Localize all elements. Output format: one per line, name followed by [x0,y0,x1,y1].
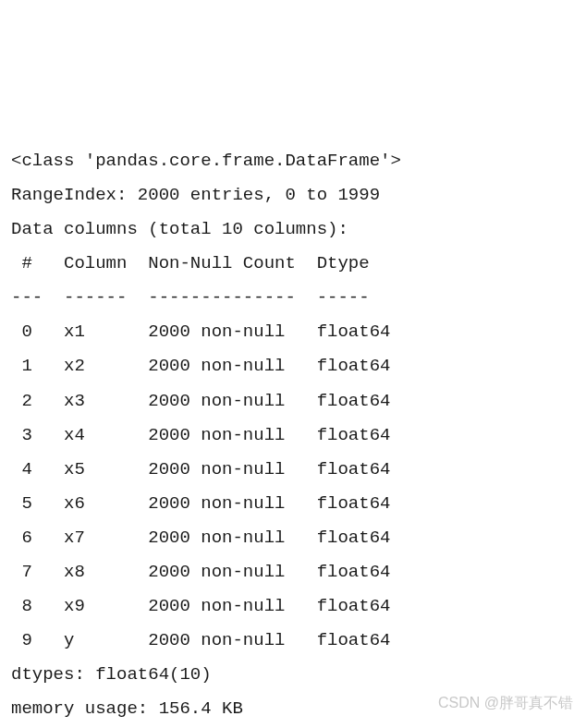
table-row: 6 x7 2000 non-null float64 [11,521,575,555]
divider-line: --- ------ -------------- ----- [11,281,575,315]
table-row: 9 y 2000 non-null float64 [11,624,575,658]
dtypes-line: dtypes: float64(10) [11,658,575,692]
table-row: 2 x3 2000 non-null float64 [11,384,575,419]
table-row: 1 x2 2000 non-null float64 [11,349,575,383]
range-index-line: RangeIndex: 2000 entries, 0 to 1999 [11,178,575,212]
class-line: <class 'pandas.core.frame.DataFrame'> [11,144,575,178]
table-row: 7 x8 2000 non-null float64 [11,555,575,589]
table-row: 8 x9 2000 non-null float64 [11,589,575,624]
data-columns-line: Data columns (total 10 columns): [11,212,575,247]
table-row: 4 x5 2000 non-null float64 [11,453,575,487]
column-header-line: # Column Non-Null Count Dtype [11,247,575,281]
table-row: 5 x6 2000 non-null float64 [11,487,575,521]
table-row: 0 x1 2000 non-null float64 [11,315,575,349]
table-row: 3 x4 2000 non-null float64 [11,419,575,453]
watermark: CSDN @胖哥真不错 [438,688,573,717]
